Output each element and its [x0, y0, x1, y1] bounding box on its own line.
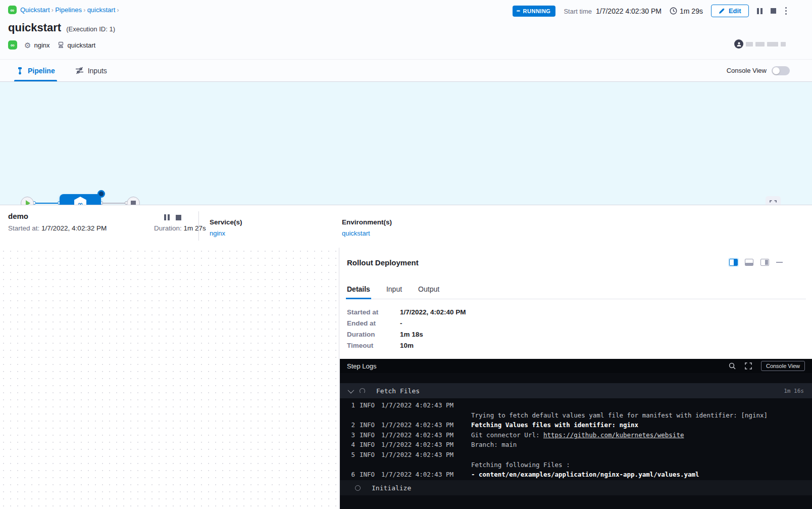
more-options-button[interactable] [784, 6, 788, 16]
log-section-name: Initialize [372, 484, 411, 492]
detail-label: Ended at [347, 319, 400, 327]
console-view-toggle[interactable] [772, 66, 790, 75]
step-logs-title: Step Logs [347, 362, 377, 370]
divider [198, 211, 199, 241]
logs-console-view-button[interactable]: Console View [761, 361, 805, 371]
pause-execution-button[interactable] [757, 8, 763, 14]
layout-bottom-button[interactable] [745, 259, 753, 266]
service-link[interactable]: nginx [210, 229, 242, 237]
breadcrumb-link[interactable]: quickstart [87, 6, 116, 14]
pencil-icon [719, 8, 725, 14]
minimize-panel-button[interactable] [776, 262, 783, 263]
log-section-duration: 1m 16s [784, 388, 804, 394]
stage-info-bar: demo Started at: 1/7/2022, 4:02:32 PM Du… [0, 205, 812, 248]
log-section-fetch-files[interactable]: Fetch Files 1m 16s [340, 383, 812, 398]
detail-value: 1/7/2022, 4:02:40 PM [400, 308, 466, 316]
view-tabbar: Pipeline Inputs Console View [0, 59, 812, 81]
stage-stop-button[interactable] [176, 215, 181, 220]
clock-icon [670, 7, 677, 15]
stage-graph-canvas[interactable]: ∞ demo + − [0, 81, 812, 205]
breadcrumb-separator: › [50, 7, 56, 14]
edge-start-demo [34, 203, 60, 204]
layout-split-right-button[interactable] [729, 259, 738, 266]
chevron-down-icon [348, 387, 354, 393]
service-tag[interactable]: ⚙ nginx [24, 41, 50, 49]
breadcrumb-link[interactable]: Pipelines [55, 6, 82, 14]
stop-execution-button[interactable] [771, 8, 776, 14]
log-section-name: Fetch Files [376, 387, 420, 395]
log-text: Trying to fetch default values yaml file… [471, 411, 768, 419]
execution-graph-canvas[interactable]: ⚙ ✓ ✓ e Service Infrastructure Resource … [0, 248, 339, 509]
stage-pause-button[interactable] [164, 214, 170, 220]
log-link[interactable]: https://github.com/kubernetes/website [543, 431, 684, 439]
log-line: 2INFO1/7/2022 4:02:43 PMFetching Values … [348, 420, 807, 430]
status-badge: RUNNING [513, 6, 556, 17]
log-text: Branch: main [471, 441, 517, 448]
step-details-panel: Rollout Deployment DetailsInputOutput St… [340, 248, 812, 359]
detail-value: 10m [400, 342, 466, 349]
detail-label: Timeout [347, 342, 400, 349]
step-tab-details[interactable]: Details [346, 279, 371, 299]
inputs-icon [75, 67, 84, 74]
gear-icon: ⚙ [24, 41, 31, 49]
redacted-text [767, 42, 778, 47]
services-label: Service(s) [210, 218, 242, 226]
log-line: Fetching following Files : [348, 460, 807, 470]
log-text: Fetching Values files with identifier: n… [471, 421, 638, 429]
execution-id: (Execution ID: 1) [66, 25, 115, 33]
log-text: - content/en/examples/application/nginx-… [471, 471, 699, 478]
edit-button[interactable]: Edit [711, 5, 749, 17]
tab-inputs[interactable]: Inputs [73, 60, 109, 81]
detail-label: Duration [347, 331, 400, 338]
redacted-text [781, 42, 786, 47]
step-detail-tabs: DetailsInputOutput [346, 279, 806, 299]
search-icon[interactable] [729, 362, 736, 369]
step-detail-rows: Started at1/7/2022, 4:02:40 PMEnded at-D… [347, 308, 466, 349]
pending-circle-icon [355, 485, 361, 491]
started-at-label: Started at: [8, 224, 39, 232]
log-line: 5INFO1/7/2022 4:02:43 PM [348, 450, 807, 460]
breadcrumb: ∞ Quickstart › Pipelines › quickstart › [8, 6, 119, 14]
pipeline-icon [16, 67, 24, 75]
start-time: Start time 1/7/2022 4:02:30 PM [564, 7, 662, 15]
detail-label: Started at [347, 308, 400, 316]
detail-value: 1m 18s [400, 331, 466, 338]
status-spinner-icon [517, 10, 520, 12]
environment-link[interactable]: quickstart [342, 229, 392, 237]
log-line: 3INFO1/7/2022 4:02:43 PMGit connector Ur… [348, 430, 807, 440]
log-lines: 1INFO1/7/2022 4:02:43 PMTrying to fetch … [348, 400, 807, 480]
log-text: Fetching following Files : [471, 461, 570, 469]
step-tab-input[interactable]: Input [385, 279, 403, 299]
breadcrumb-link[interactable]: Quickstart [20, 6, 50, 14]
detail-value: - [400, 319, 466, 327]
logs-fullscreen-icon[interactable] [745, 362, 752, 369]
breadcrumb-separator: › [82, 7, 87, 14]
person-icon [736, 41, 742, 47]
step-logs-header: Step Logs Console View [340, 359, 812, 373]
app-header: ∞ Quickstart › Pipelines › quickstart › … [0, 0, 812, 59]
tab-pipeline[interactable]: Pipeline [14, 60, 57, 81]
layout-right-button[interactable] [760, 259, 769, 266]
step-panel-title: Rollout Deployment [347, 258, 419, 267]
log-line: Trying to fetch default values yaml file… [348, 410, 807, 421]
elapsed-time: 1m 29s [670, 7, 703, 15]
harness-logo-icon: ∞ [8, 6, 17, 14]
redacted-text [755, 42, 765, 47]
duration-value: 1m 27s [184, 224, 206, 232]
cd-module-icon: ∞ [8, 40, 17, 50]
running-spinner-icon [360, 388, 365, 394]
executed-by [734, 39, 786, 49]
stage-running-spinner [97, 190, 105, 198]
log-line: 1INFO1/7/2022 4:02:43 PM [348, 400, 807, 410]
log-section-initialize[interactable]: Initialize [340, 480, 812, 495]
user-avatar [734, 39, 743, 49]
environment-tag[interactable]: quickstart [57, 41, 96, 49]
console-view-label: Console View [727, 67, 767, 74]
edge-demo-end [101, 203, 127, 204]
breadcrumb-separator: › [115, 7, 119, 14]
step-tab-output[interactable]: Output [417, 279, 440, 299]
environment-icon [57, 41, 65, 49]
started-at-value: 1/7/2022, 4:02:32 PM [41, 224, 107, 232]
log-line: 6INFO1/7/2022 4:02:43 PM- content/en/exa… [348, 470, 807, 480]
environments-label: Environment(s) [342, 218, 392, 226]
